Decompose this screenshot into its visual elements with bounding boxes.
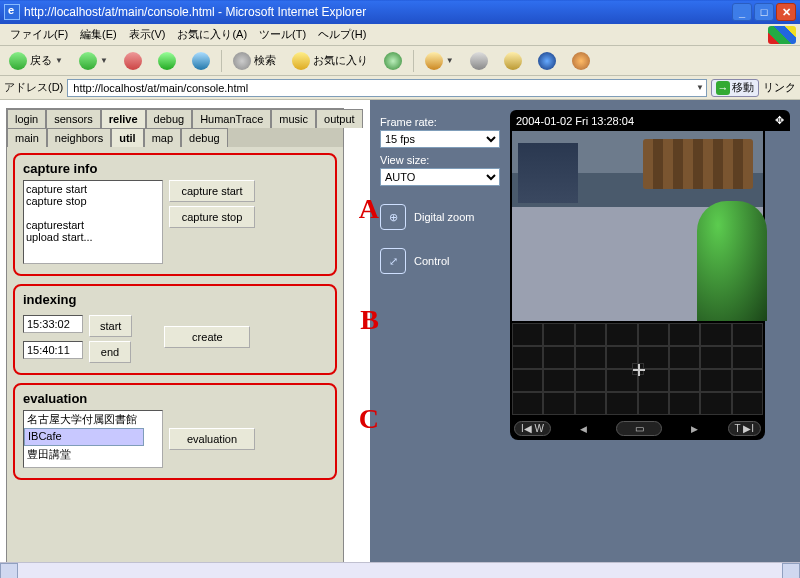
bluetooth-icon xyxy=(538,52,556,70)
camera-panel: Frame rate: 15 fps View size: AUTO ⊕ Dig… xyxy=(370,100,800,562)
menu-tools[interactable]: ツール(T) xyxy=(253,25,312,44)
back-button[interactable]: 戻る▼ xyxy=(4,49,68,73)
evaluation-group: C evaluation 名古屋大学付属図書館 IBCafe 豊田講堂 eval… xyxy=(13,383,337,480)
indexing-legend: indexing xyxy=(23,292,327,307)
zoom-row[interactable]: ⊕ Digital zoom xyxy=(380,204,500,230)
tab-row-1: login sensors relive debug HumanTrace mu… xyxy=(7,109,343,128)
forward-icon xyxy=(79,52,97,70)
separator xyxy=(221,50,222,72)
menu-help[interactable]: ヘルプ(H) xyxy=(312,25,372,44)
tab-debug2[interactable]: debug xyxy=(181,128,228,147)
close-button[interactable]: ✕ xyxy=(776,3,796,21)
control-row[interactable]: ⤢ Control xyxy=(380,248,500,274)
links-label[interactable]: リンク xyxy=(763,80,796,95)
stop-button[interactable] xyxy=(119,49,147,73)
index-end-button[interactable]: end xyxy=(89,341,131,363)
ie-icon xyxy=(4,4,20,20)
tab-sensors[interactable]: sensors xyxy=(46,109,101,128)
stop-icon xyxy=(124,52,142,70)
star-icon xyxy=(292,52,310,70)
horizontal-scrollbar[interactable] xyxy=(0,562,800,578)
capture-log[interactable]: capture start capture stop capturestart … xyxy=(23,180,163,264)
evaluation-button[interactable]: evaluation xyxy=(169,428,255,450)
tab-body: A capture info capture start capture sto… xyxy=(7,147,343,562)
minimize-button[interactable]: _ xyxy=(732,3,752,21)
tab-util[interactable]: util xyxy=(111,128,144,147)
tab-neighbors[interactable]: neighbors xyxy=(47,128,111,147)
favorites-label: お気に入り xyxy=(313,53,368,68)
tab-panel: login sensors relive debug HumanTrace mu… xyxy=(6,108,344,562)
capture-start-button[interactable]: capture start xyxy=(169,180,255,202)
favorites-button[interactable]: お気に入り xyxy=(287,49,373,73)
camera-controls: Frame rate: 15 fps View size: AUTO ⊕ Dig… xyxy=(380,110,500,552)
left-pane: login sensors relive debug HumanTrace mu… xyxy=(0,100,370,562)
evaluation-list[interactable]: 名古屋大学付属図書館 IBCafe 豊田講堂 xyxy=(23,410,163,468)
tab-music[interactable]: music xyxy=(271,109,316,128)
camera-image[interactable] xyxy=(510,131,765,321)
center-button[interactable]: ▭ xyxy=(616,421,662,436)
go-button[interactable]: →移動 xyxy=(711,79,759,97)
camera-button-bar: I◀ W ◀ ▭ ▶ T ▶I xyxy=(510,417,765,440)
tab-map[interactable]: map xyxy=(144,128,181,147)
history-button[interactable] xyxy=(379,49,407,73)
index-end-time[interactable] xyxy=(23,341,83,359)
address-field[interactable]: http://localhost/at/main/console.html ▼ xyxy=(67,79,707,97)
home-button[interactable] xyxy=(187,49,215,73)
tab-relive[interactable]: relive xyxy=(101,109,146,128)
mail-button[interactable]: ▼ xyxy=(420,49,459,73)
tab-main[interactable]: main xyxy=(7,128,47,147)
back-icon xyxy=(9,52,27,70)
capture-stop-button[interactable]: capture stop xyxy=(169,206,255,228)
list-item[interactable]: 名古屋大学付属図書館 xyxy=(24,411,162,428)
print-icon xyxy=(470,52,488,70)
index-start-button[interactable]: start xyxy=(89,315,132,337)
annotation-a: A xyxy=(359,193,379,225)
chevron-down-icon[interactable]: ▼ xyxy=(696,83,704,92)
zoom-tele-button[interactable]: T ▶I xyxy=(728,421,761,436)
capture-info-legend: capture info xyxy=(23,161,327,176)
menu-file[interactable]: ファイル(F) xyxy=(4,25,74,44)
control-label: Control xyxy=(414,255,449,267)
viewsize-select[interactable]: AUTO xyxy=(380,168,500,186)
triangle-left-icon: ◀ xyxy=(580,424,587,434)
indexing-group: B indexing start end create xyxy=(13,284,337,375)
tab-output[interactable]: output xyxy=(316,109,363,128)
capture-info-group: A capture info capture start capture sto… xyxy=(13,153,337,276)
move-icon[interactable]: ✥ xyxy=(775,114,784,127)
tab-login[interactable]: login xyxy=(7,109,46,128)
forward-button[interactable]: ▼ xyxy=(74,49,113,73)
index-start-time[interactable] xyxy=(23,315,83,333)
framerate-select[interactable]: 15 fps xyxy=(380,130,500,148)
camera-scene-shelf xyxy=(518,143,578,203)
menu-view[interactable]: 表示(V) xyxy=(123,25,172,44)
zoom-wide-button[interactable]: I◀ W xyxy=(514,421,551,436)
camera-viewer: 2004-01-02 Fri 13:28:04 ✥ I◀ W ◀ ▭ ▶ T xyxy=(510,110,790,552)
address-bar: アドレス(D) http://localhost/at/main/console… xyxy=(0,76,800,100)
menu-favorites[interactable]: お気に入り(A) xyxy=(171,25,253,44)
menu-edit[interactable]: 編集(E) xyxy=(74,25,123,44)
list-item[interactable]: IBCafe xyxy=(24,428,144,446)
tab-humantrace[interactable]: HumanTrace xyxy=(192,109,271,128)
edit-button[interactable] xyxy=(499,49,527,73)
tab-row-2: main neighbors util map debug xyxy=(7,128,343,147)
ptz-grid[interactable] xyxy=(510,321,765,417)
search-button[interactable]: 検索 xyxy=(228,49,281,73)
go-label: 移動 xyxy=(732,80,754,95)
maximize-button[interactable]: □ xyxy=(754,3,774,21)
print-button[interactable] xyxy=(465,49,493,73)
annotation-b: B xyxy=(360,304,379,336)
tab-debug[interactable]: debug xyxy=(146,109,193,128)
toolbar: 戻る▼ ▼ 検索 お気に入り ▼ xyxy=(0,46,800,76)
window-title: http://localhost/at/main/console.html - … xyxy=(24,5,732,19)
index-create-button[interactable]: create xyxy=(164,326,250,348)
messenger-button[interactable] xyxy=(567,49,595,73)
list-item[interactable]: 豊田講堂 xyxy=(24,446,162,463)
people-icon xyxy=(572,52,590,70)
triangle-right-icon: ▶ xyxy=(691,424,698,434)
camera-scene-chairs xyxy=(643,139,753,189)
refresh-button[interactable] xyxy=(153,49,181,73)
address-label: アドレス(D) xyxy=(4,80,63,95)
content-area: login sensors relive debug HumanTrace mu… xyxy=(0,100,800,562)
magnify-plus-icon: ⊕ xyxy=(380,204,406,230)
bluetooth-button[interactable] xyxy=(533,49,561,73)
